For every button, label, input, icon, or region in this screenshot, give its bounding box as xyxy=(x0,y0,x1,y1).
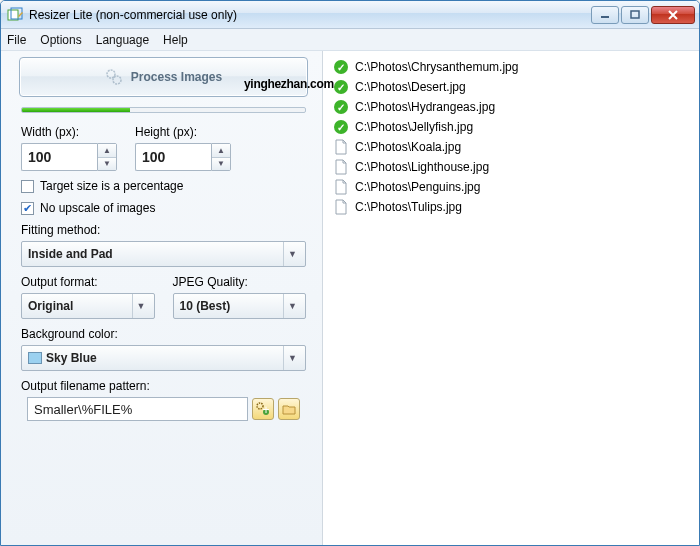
width-down-icon[interactable]: ▼ xyxy=(98,158,116,171)
format-value: Original xyxy=(28,299,73,313)
fitting-value: Inside and Pad xyxy=(28,247,113,261)
file-path: C:\Photos\Tulips.jpg xyxy=(355,200,462,214)
progress-bar xyxy=(21,107,306,113)
noupscale-label: No upscale of images xyxy=(40,201,155,215)
pattern-wizard-button[interactable]: + xyxy=(252,398,274,420)
file-icon xyxy=(333,179,349,195)
maximize-button[interactable] xyxy=(621,6,649,24)
menu-language[interactable]: Language xyxy=(96,33,149,47)
gears-icon xyxy=(105,68,123,86)
file-icon xyxy=(333,159,349,175)
file-path: C:\Photos\Desert.jpg xyxy=(355,80,466,94)
app-window: Resizer Lite (non-commercial use only) F… xyxy=(0,0,700,546)
height-up-icon[interactable]: ▲ xyxy=(212,144,230,158)
file-item[interactable]: ✓C:\Photos\Jellyfish.jpg xyxy=(327,117,695,137)
height-spinner[interactable]: ▲▼ xyxy=(135,143,231,171)
fitting-select[interactable]: Inside and Pad ▼ xyxy=(21,241,306,267)
width-label: Width (px): xyxy=(21,125,117,139)
menubar: File Options Language Help xyxy=(1,29,699,51)
browse-folder-button[interactable] xyxy=(278,398,300,420)
file-item[interactable]: ✓C:\Photos\Chrysanthemum.jpg xyxy=(327,57,695,77)
quality-select[interactable]: 10 (Best) ▼ xyxy=(173,293,307,319)
format-label: Output format: xyxy=(21,275,155,289)
status-done-icon: ✓ xyxy=(333,79,349,95)
close-button[interactable] xyxy=(651,6,695,24)
quality-value: 10 (Best) xyxy=(180,299,231,313)
file-path: C:\Photos\Lighthouse.jpg xyxy=(355,160,489,174)
chevron-down-icon: ▼ xyxy=(283,242,301,266)
format-select[interactable]: Original ▼ xyxy=(21,293,155,319)
file-path: C:\Photos\Penguins.jpg xyxy=(355,180,480,194)
width-input[interactable] xyxy=(21,143,97,171)
color-swatch-icon xyxy=(28,352,42,364)
pattern-label: Output filename pattern: xyxy=(21,379,306,393)
file-list[interactable]: ✓C:\Photos\Chrysanthemum.jpg✓C:\Photos\D… xyxy=(323,51,699,545)
percent-checkbox[interactable] xyxy=(21,180,34,193)
width-up-icon[interactable]: ▲ xyxy=(98,144,116,158)
file-icon xyxy=(333,199,349,215)
chevron-down-icon: ▼ xyxy=(283,294,301,318)
file-item[interactable]: C:\Photos\Penguins.jpg xyxy=(327,177,695,197)
height-down-icon[interactable]: ▼ xyxy=(212,158,230,171)
width-spinner[interactable]: ▲▼ xyxy=(21,143,117,171)
height-input[interactable] xyxy=(135,143,211,171)
status-done-icon: ✓ xyxy=(333,119,349,135)
status-done-icon: ✓ xyxy=(333,59,349,75)
fitting-label: Fitting method: xyxy=(21,223,306,237)
chevron-down-icon: ▼ xyxy=(132,294,150,318)
app-icon xyxy=(7,7,23,23)
file-item[interactable]: ✓C:\Photos\Desert.jpg xyxy=(327,77,695,97)
bgcolor-select[interactable]: Sky Blue ▼ xyxy=(21,345,306,371)
percent-label: Target size is a percentage xyxy=(40,179,183,193)
chevron-down-icon: ▼ xyxy=(283,346,301,370)
file-item[interactable]: ✓C:\Photos\Hydrangeas.jpg xyxy=(327,97,695,117)
file-path: C:\Photos\Hydrangeas.jpg xyxy=(355,100,495,114)
menu-help[interactable]: Help xyxy=(163,33,188,47)
file-icon xyxy=(333,139,349,155)
process-images-label: Process Images xyxy=(131,70,222,84)
file-item[interactable]: C:\Photos\Lighthouse.jpg xyxy=(327,157,695,177)
titlebar[interactable]: Resizer Lite (non-commercial use only) xyxy=(1,1,699,29)
file-item[interactable]: C:\Photos\Tulips.jpg xyxy=(327,197,695,217)
quality-label: JPEG Quality: xyxy=(173,275,307,289)
height-label: Height (px): xyxy=(135,125,231,139)
svg-rect-3 xyxy=(631,11,639,18)
window-title: Resizer Lite (non-commercial use only) xyxy=(29,8,585,22)
settings-panel: Process Images Width (px): ▲▼ Height (px… xyxy=(1,51,323,545)
bgcolor-value: Sky Blue xyxy=(46,351,97,365)
file-item[interactable]: C:\Photos\Koala.jpg xyxy=(327,137,695,157)
status-done-icon: ✓ xyxy=(333,99,349,115)
file-path: C:\Photos\Koala.jpg xyxy=(355,140,461,154)
file-path: C:\Photos\Jellyfish.jpg xyxy=(355,120,473,134)
file-path: C:\Photos\Chrysanthemum.jpg xyxy=(355,60,518,74)
bgcolor-label: Background color: xyxy=(21,327,306,341)
process-images-button[interactable]: Process Images xyxy=(19,57,308,97)
svg-text:+: + xyxy=(262,403,269,416)
svg-point-5 xyxy=(113,76,121,84)
minimize-button[interactable] xyxy=(591,6,619,24)
pattern-input[interactable] xyxy=(27,397,248,421)
menu-options[interactable]: Options xyxy=(40,33,81,47)
menu-file[interactable]: File xyxy=(7,33,26,47)
svg-rect-2 xyxy=(601,16,609,18)
noupscale-checkbox[interactable] xyxy=(21,202,34,215)
